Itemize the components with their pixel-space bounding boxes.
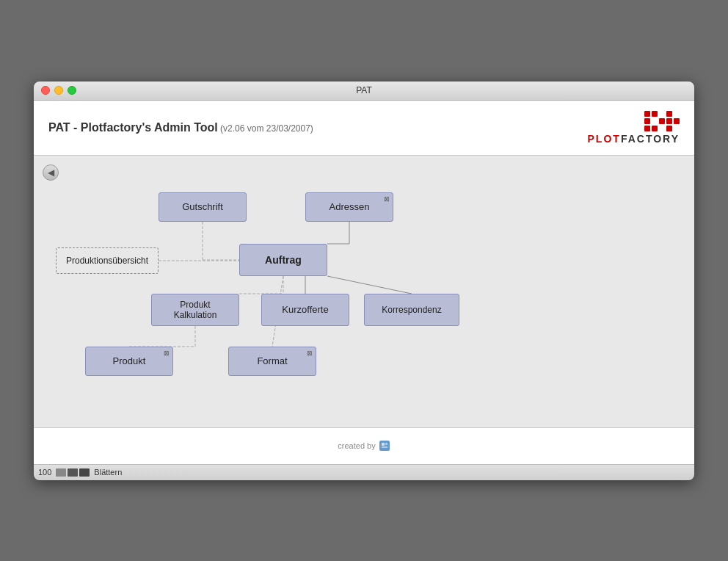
logo-dot bbox=[644, 111, 650, 117]
logo-dot bbox=[659, 126, 665, 131]
node-kurzofferte[interactable]: Kurzofferte bbox=[261, 294, 349, 326]
logo-dot bbox=[652, 111, 658, 117]
statusbar-icon-1 bbox=[56, 468, 66, 477]
footer-created: created by bbox=[338, 440, 390, 452]
close-button[interactable] bbox=[41, 86, 50, 95]
traffic-lights bbox=[41, 86, 76, 95]
statusbar-icon-2 bbox=[68, 468, 78, 477]
statusbar-icons bbox=[56, 468, 90, 477]
svg-rect-15 bbox=[382, 446, 387, 448]
statusbar-label: Blättern bbox=[94, 468, 122, 477]
logo: PLOTFACTORY bbox=[588, 111, 680, 145]
header-title-area: PAT - Plotfactory's Admin Tool (v2.06 vo… bbox=[48, 121, 313, 134]
svg-rect-14 bbox=[385, 443, 387, 445]
zoom-level: 100 bbox=[38, 468, 51, 477]
logo-dot bbox=[666, 126, 672, 131]
logo-dot bbox=[674, 111, 680, 117]
logo-text: PLOTFACTORY bbox=[588, 133, 680, 145]
node-korrespondenz[interactable]: Korrespondenz bbox=[364, 294, 459, 326]
logo-dot bbox=[659, 118, 665, 124]
logo-dot bbox=[652, 118, 658, 124]
statusbar-icon-3 bbox=[79, 468, 90, 477]
node-adressen[interactable]: ⊠ Adressen bbox=[305, 192, 393, 222]
expand-icon: ⊠ bbox=[384, 195, 390, 203]
logo-dots bbox=[644, 111, 680, 131]
statusbar: 100 Blättern bbox=[34, 464, 694, 480]
minimize-button[interactable] bbox=[54, 86, 63, 95]
app-header: PAT - Plotfactory's Admin Tool (v2.06 vo… bbox=[34, 101, 694, 156]
titlebar: PAT bbox=[34, 82, 694, 101]
logo-dot bbox=[652, 126, 658, 131]
diagram-area: Gutschrift ⊠ Adressen Auftrag Produktion… bbox=[41, 170, 687, 420]
logo-dot bbox=[666, 118, 672, 124]
node-produktionsubersicht[interactable]: Produktionsübersicht bbox=[56, 247, 159, 274]
logo-dot bbox=[674, 118, 680, 124]
logo-dot bbox=[644, 118, 650, 124]
node-gutschrift[interactable]: Gutschrift bbox=[159, 192, 247, 222]
footer-icon bbox=[379, 440, 390, 452]
node-produkt-kalkulation[interactable]: ProduktKalkulation bbox=[151, 294, 239, 326]
svg-line-8 bbox=[327, 276, 412, 294]
footer: created by bbox=[34, 427, 694, 464]
header-title: PAT - Plotfactory's Admin Tool (v2.06 vo… bbox=[48, 121, 313, 134]
expand-icon: ⊠ bbox=[164, 350, 170, 357]
maximize-button[interactable] bbox=[68, 86, 76, 95]
app-window: PAT PAT - Plotfactory's Admin Tool (v2.0… bbox=[34, 82, 694, 480]
node-auftrag[interactable]: Auftrag bbox=[239, 244, 327, 276]
logo-dot bbox=[666, 111, 672, 117]
main-content: ◀ bbox=[34, 156, 694, 427]
svg-rect-13 bbox=[382, 443, 385, 446]
logo-dot bbox=[644, 126, 650, 131]
expand-icon: ⊠ bbox=[307, 350, 313, 357]
node-produkt[interactable]: ⊠ Produkt bbox=[85, 347, 173, 376]
window-title: PAT bbox=[356, 85, 372, 95]
node-format[interactable]: ⊠ Format bbox=[228, 347, 316, 376]
logo-dot bbox=[674, 126, 680, 131]
logo-dot bbox=[659, 111, 665, 117]
